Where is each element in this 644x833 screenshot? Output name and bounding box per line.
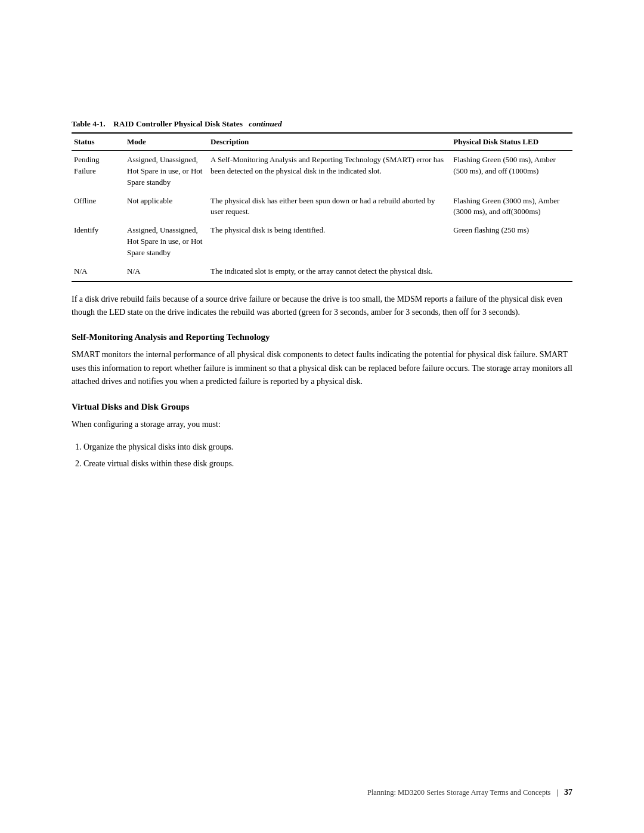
table-row: Offline Not applicable The physical disk… (72, 192, 572, 222)
row2-description: The physical disk has either been spun d… (208, 192, 451, 222)
row3-mode: Assigned, Unassigned, Hot Spare in use, … (125, 221, 208, 262)
row4-led (451, 262, 572, 281)
page-footer: Planning: MD3200 Series Storage Array Te… (72, 788, 572, 797)
body-paragraph: If a disk drive rebuild fails because of… (72, 293, 572, 320)
header-led: Physical Disk Status LED (451, 133, 572, 151)
row3-led: Green flashing (250 ms) (451, 221, 572, 262)
row2-mode: Not applicable (125, 192, 208, 222)
row2-status: Offline (72, 192, 125, 222)
header-mode: Mode (125, 133, 208, 151)
footer-divider: | (556, 788, 558, 797)
row3-status: Identify (72, 221, 125, 262)
row1-led: Flashing Green (500 ms), Amber (500 ms),… (451, 151, 572, 192)
row4-status: N/A (72, 262, 125, 281)
section1-paragraph: SMART monitors the internal performance … (72, 348, 572, 388)
header-description: Description (208, 133, 451, 151)
row2-led: Flashing Green (3000 ms), Amber (3000 ms… (451, 192, 572, 222)
footer-text: Planning: MD3200 Series Storage Array Te… (367, 788, 551, 797)
row1-mode: Assigned, Unassigned, Hot Spare in use, … (125, 151, 208, 192)
table-title: RAID Controller Physical Disk States (113, 119, 243, 128)
footer-page-number: 37 (564, 788, 572, 797)
list-item: Create virtual disks within these disk g… (83, 457, 572, 470)
table-number: Table 4-1. (72, 119, 106, 128)
table-row: Identify Assigned, Unassigned, Hot Spare… (72, 221, 572, 262)
row4-description: The indicated slot is empty, or the arra… (208, 262, 451, 281)
table-row: N/A N/A The indicated slot is empty, or … (72, 262, 572, 281)
list-item: Organize the physical disks into disk gr… (83, 441, 572, 454)
row1-description: A Self-Monitoring Analysis and Reporting… (208, 151, 451, 192)
top-spacer (72, 48, 572, 119)
row4-mode: N/A (125, 262, 208, 281)
section2-intro: When configuring a storage array, you mu… (72, 418, 572, 431)
section2-heading: Virtual Disks and Disk Groups (72, 402, 572, 412)
table-row: Pending Failure Assigned, Unassigned, Ho… (72, 151, 572, 192)
table-header-row: Status Mode Description Physical Disk St… (72, 133, 572, 151)
page-content: Table 4-1. RAID Controller Physical Disk… (72, 48, 572, 471)
section2-steps-list: Organize the physical disks into disk gr… (83, 441, 572, 471)
header-status: Status (72, 133, 125, 151)
disk-states-table: Status Mode Description Physical Disk St… (72, 132, 572, 282)
row1-status: Pending Failure (72, 151, 125, 192)
table-caption: Table 4-1. RAID Controller Physical Disk… (72, 119, 572, 129)
table-continued: continued (249, 119, 282, 128)
section1-heading: Self-Monitoring Analysis and Reporting T… (72, 332, 572, 342)
row3-description: The physical disk is being identified. (208, 221, 451, 262)
